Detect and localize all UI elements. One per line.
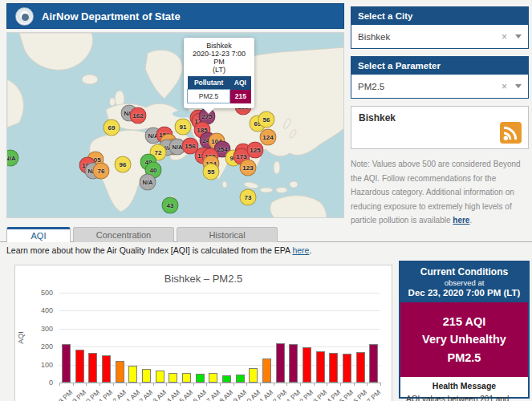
chart-x-tick: [354, 383, 355, 386]
chart-x-tick: [274, 383, 274, 386]
map-marker[interactable]: 125: [247, 142, 264, 159]
map-marker[interactable]: 124: [260, 129, 277, 146]
chart-bar: [316, 351, 325, 383]
chart-x-tick: [260, 383, 261, 386]
chart-bar: [222, 375, 231, 383]
tab-bar: AQI Concentration Historical: [0, 227, 532, 242]
chart-gridline: [59, 293, 380, 294]
parameter-select[interactable]: PM2.5 ×: [351, 75, 528, 98]
popup-aqi-value: 215: [230, 90, 251, 103]
map-marker[interactable]: N/A: [140, 174, 156, 191]
map-marker[interactable]: 73: [240, 189, 257, 206]
chart-x-tick: [234, 383, 234, 386]
parameter-panel: Select a Parameter PM2.5 ×: [351, 56, 529, 99]
city-clear-icon[interactable]: ×: [502, 31, 507, 43]
chart-x-tick: [153, 383, 154, 386]
chart-title: Bishkek – PM2.5: [15, 265, 392, 285]
learn-more-text: Learn more about how the Air Quality Ind…: [6, 245, 292, 255]
city-select[interactable]: Bishkek ×: [351, 25, 528, 48]
map-marker[interactable]: 56: [258, 111, 275, 128]
map-marker[interactable]: 96: [115, 156, 132, 173]
department-of-state-seal-icon: [15, 7, 34, 26]
chart-x-tick: [380, 383, 381, 386]
map-marker[interactable]: 69: [104, 119, 120, 136]
chart-x-tick: [180, 383, 181, 386]
parameter-select-value[interactable]: PM2.5: [358, 82, 502, 91]
popup-pollutant-value: PM2.5: [188, 90, 230, 103]
popup-datetime: 2020-12-23 7:00 PM: [187, 50, 251, 66]
chart-bar: [169, 373, 177, 383]
health-message-text: AQI values between 201 and 300 trigger a…: [406, 393, 522, 401]
chart-bar: [356, 352, 365, 383]
chart-bar: [289, 344, 298, 383]
current-conditions-panel: Current Conditions observed at Dec 23, 2…: [399, 261, 530, 399]
note-suffix: .: [469, 216, 472, 225]
chart-x-tick: [166, 383, 167, 386]
chart-x-tick: [193, 383, 194, 386]
city-select-value[interactable]: Bishkek: [358, 32, 502, 42]
chart-x-tick: [300, 383, 301, 386]
aqi-bar-chart: Bishkek – PM2.5 AQI 01002003004005008 PM…: [14, 265, 392, 401]
popup-timezone: (LT): [187, 66, 251, 74]
health-message-title: Health Message: [406, 381, 522, 391]
chart-x-tick: [126, 383, 127, 386]
chart-x-tick: [73, 383, 74, 386]
city-dropdown-arrow-icon[interactable]: [515, 34, 522, 38]
chart-x-tick: [86, 383, 87, 386]
chart-bar: [329, 353, 338, 383]
tab-concentration[interactable]: Concentration: [73, 227, 174, 242]
chart-bar: [116, 361, 124, 383]
current-conditions-header: Current Conditions observed at Dec 23, 2…: [400, 262, 528, 302]
chart-bar: [262, 358, 271, 383]
rss-feed-icon[interactable]: [500, 122, 522, 144]
chart-bar: [236, 375, 245, 383]
chart-x-tick: [206, 383, 207, 386]
world-map[interactable]: N/A1626991N/A15111887N/AN/A724940N/A9610…: [6, 32, 344, 218]
chart-y-tick-label: 0: [21, 379, 53, 387]
chart-y-tick-label: 200: [21, 342, 53, 350]
map-marker[interactable]: 91: [175, 119, 192, 136]
rss-city-label: Bishkek: [359, 112, 521, 124]
chart-bar: [142, 369, 151, 383]
chart-bar: [182, 373, 191, 383]
chart-y-tick-label: 500: [21, 289, 53, 297]
chart-gridline: [59, 346, 380, 347]
observed-datetime: Dec 23, 2020 7:00 PM (LT): [404, 288, 525, 298]
tab-historical[interactable]: Historical: [177, 227, 278, 242]
note-here-link[interactable]: here: [453, 216, 469, 225]
health-message-block: Health Message AQI values between 201 an…: [400, 377, 528, 401]
tab-aqi[interactable]: AQI: [6, 227, 71, 242]
chart-bar: [369, 344, 378, 383]
learn-more-here-link[interactable]: here: [292, 245, 309, 255]
chart-y-tick-label: 100: [21, 361, 53, 369]
map-marker[interactable]: 162: [130, 107, 147, 124]
chart-bar: [209, 373, 217, 383]
chart-bar: [276, 343, 285, 383]
note-text: Note: Values above 500 are considered Be…: [351, 160, 521, 225]
current-aqi-category: Very Unhealthy: [404, 330, 525, 348]
sidebar: Select a City Bishkek × Select a Paramet…: [351, 6, 529, 228]
parameter-panel-title: Select a Parameter: [351, 57, 528, 75]
popup-city: Bishkek: [187, 42, 251, 50]
current-conditions-title: Current Conditions: [404, 266, 525, 277]
map-marker[interactable]: 43: [162, 197, 179, 214]
popup-pollutant-header: Pollutant: [188, 76, 230, 90]
chart-x-tick: [220, 383, 221, 386]
rss-box: Bishkek: [351, 106, 529, 149]
app-header: AirNow Department of State: [6, 3, 344, 29]
parameter-dropdown-arrow-icon[interactable]: [515, 84, 522, 88]
chart-bar: [156, 371, 164, 383]
chart-x-tick: [59, 383, 60, 386]
chart-x-tick: [113, 383, 114, 386]
chart-x-tick: [246, 383, 247, 386]
popup-table: Pollutant AQI PM2.5 215: [187, 76, 251, 103]
parameter-clear-icon[interactable]: ×: [502, 81, 507, 92]
chart-x-tick: [340, 383, 341, 386]
map-marker[interactable]: 76: [93, 163, 110, 180]
chart-plot-area: 01002003004005008 PM9 PM10 PM11 PM12/23/…: [59, 293, 380, 383]
chart-bar: [343, 354, 351, 383]
chart-gridline: [59, 329, 380, 330]
map-marker[interactable]: 123: [240, 160, 257, 176]
learn-more-suffix: .: [309, 245, 311, 255]
map-marker[interactable]: 55: [203, 164, 220, 180]
